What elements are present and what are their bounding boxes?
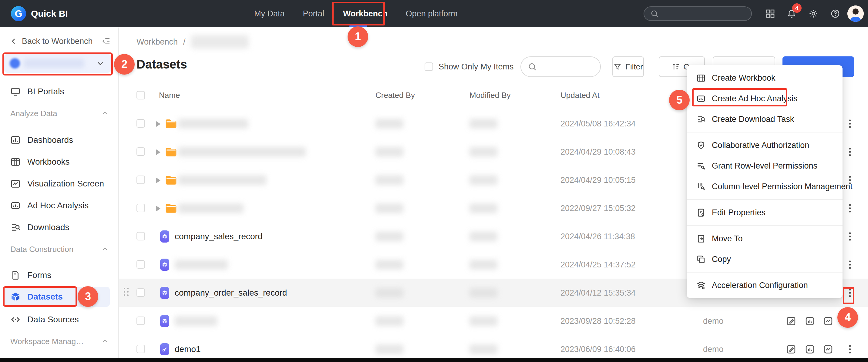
chevron-up-icon: [101, 338, 108, 345]
created-by-redacted: [375, 316, 403, 326]
folder-icon: [164, 117, 178, 129]
sidebar-item-data-sources[interactable]: Data Sources: [0, 310, 119, 329]
menu-divider: [687, 225, 842, 226]
row-checkbox[interactable]: [136, 232, 145, 240]
help-icon[interactable]: [830, 9, 840, 19]
sidebar-item-downloads[interactable]: Downloads: [0, 218, 119, 237]
menu-item-edit-properties[interactable]: Edit Properties: [687, 202, 842, 223]
nav-portal[interactable]: Portal: [303, 9, 324, 19]
user-avatar[interactable]: [847, 5, 864, 22]
row-more-actions-icon[interactable]: [844, 287, 856, 298]
show-only-my-items[interactable]: Show Only My Items: [425, 56, 514, 77]
updated-at: 2022/09/27 15:05:32: [560, 203, 636, 213]
sidebar-section-analyze-data[interactable]: Analyze Data: [10, 105, 108, 122]
workspace-selector[interactable]: [4, 54, 111, 73]
row-more-actions-icon[interactable]: [844, 231, 856, 242]
menu-item-create-workbook[interactable]: Create Workbook: [687, 68, 842, 88]
page-title: Datasets: [136, 58, 187, 71]
edit-icon[interactable]: [785, 343, 797, 355]
expand-caret-icon[interactable]: [156, 149, 160, 155]
edit-icon[interactable]: [785, 315, 797, 327]
table-row[interactable]: 2023/09/28 10:52:28 demo: [119, 307, 868, 335]
dataset-name[interactable]: company_sales_record: [175, 232, 262, 241]
nav-my-data[interactable]: My Data: [254, 9, 285, 19]
row-checkbox[interactable]: [136, 288, 145, 297]
sidebar-item-bi-portals[interactable]: BI Portals: [0, 82, 119, 101]
menu-item-create-download-task[interactable]: Create Download Task: [687, 109, 842, 129]
settings-gear-icon[interactable]: [809, 9, 818, 19]
nav-workbench[interactable]: Workbench: [343, 9, 388, 19]
sidebar-item-forms[interactable]: Forms: [0, 266, 119, 285]
row-more-actions-icon[interactable]: [844, 343, 856, 355]
col-created-by[interactable]: Created By: [375, 91, 415, 100]
row-checkbox[interactable]: [136, 175, 145, 184]
expand-caret-icon[interactable]: [156, 121, 160, 127]
col-updated-at[interactable]: Updated At: [560, 91, 599, 100]
sidebar-section-data-construction[interactable]: Data Construction: [10, 241, 108, 258]
nav-divider: [333, 9, 334, 18]
owner: demo: [703, 344, 724, 354]
menu-item-grant-row-level-permissions[interactable]: Grant Row-level Permissions: [687, 156, 842, 176]
menu-item-move-to[interactable]: Move To: [687, 228, 842, 249]
dataset-name[interactable]: company_order_sales_record: [175, 288, 287, 298]
expand-caret-icon[interactable]: [156, 205, 160, 211]
filter-button[interactable]: Filter: [612, 56, 644, 77]
menu-item-copy[interactable]: Copy: [687, 249, 842, 269]
acceleration-icon: [696, 281, 706, 290]
bar-chart-icon[interactable]: [804, 315, 815, 327]
menu-divider: [687, 272, 842, 272]
row-more-actions-icon[interactable]: [844, 259, 856, 270]
row-more-actions-icon[interactable]: [844, 146, 856, 157]
col-name[interactable]: Name: [159, 91, 180, 100]
dataset-icon: [160, 315, 169, 327]
sidebar-item-visualization-screen[interactable]: Visualization Screen: [0, 174, 119, 193]
row-checkbox[interactable]: [136, 147, 145, 156]
owner: demo: [703, 316, 724, 326]
menu-item-acceleration-configuration[interactable]: Acceleration Configuration: [687, 275, 842, 296]
sidebar-item-label: Data Sources: [27, 315, 79, 324]
expand-caret-icon[interactable]: [156, 177, 160, 184]
created-by-redacted: [375, 344, 403, 354]
sidebar-item-ad-hoc-analysis[interactable]: Ad Hoc Analysis: [0, 196, 119, 215]
nav-open-platform[interactable]: Open platform: [406, 9, 458, 19]
menu-item-label: Grant Row-level Permissions: [712, 161, 817, 171]
modified-by-redacted: [469, 175, 497, 185]
back-label: Back to Workbench: [22, 37, 93, 46]
show-only-checkbox[interactable]: [425, 62, 433, 71]
trend-chart-icon[interactable]: [823, 315, 834, 327]
select-all-checkbox[interactable]: [136, 91, 145, 99]
row-checkbox[interactable]: [136, 345, 145, 353]
dataset-search-input[interactable]: [521, 56, 601, 77]
collapse-sidebar-icon[interactable]: [102, 37, 111, 46]
sidebar-item-label: Visualization Screen: [27, 179, 104, 189]
sidebar-item-label: Forms: [27, 270, 51, 280]
row-more-actions-icon[interactable]: [844, 118, 856, 129]
menu-item-create-ad-hoc-analysis[interactable]: Create Ad Hoc Analysis: [687, 88, 842, 109]
dataset-name[interactable]: demo1: [175, 344, 201, 354]
sidebar-section-workspace-management[interactable]: Workspace Managem...: [10, 333, 108, 350]
sidebar-item-label: Datasets: [27, 292, 63, 302]
breadcrumb-workbench[interactable]: Workbench: [136, 37, 178, 47]
row-more-actions-icon[interactable]: [844, 315, 856, 327]
folder-icon: [164, 174, 178, 186]
menu-item-collaborative-authorization[interactable]: Collaborative Authorization: [687, 135, 842, 156]
row-more-actions-icon[interactable]: [844, 202, 856, 214]
row-checkbox[interactable]: [136, 204, 145, 212]
global-search-input[interactable]: [644, 6, 752, 21]
modified-by-redacted: [469, 288, 497, 298]
col-modified-by[interactable]: Modified By: [469, 91, 511, 100]
row-checkbox[interactable]: [136, 317, 145, 325]
drag-handle-icon[interactable]: [124, 288, 130, 298]
app-grid-icon[interactable]: [766, 9, 775, 19]
menu-item-column-level-permission-management[interactable]: Column-level Permission Management: [687, 176, 842, 197]
back-to-workbench[interactable]: Back to Workbench: [0, 33, 119, 50]
sidebar-item-workbooks[interactable]: Workbooks: [0, 152, 119, 172]
trend-chart-icon[interactable]: [823, 343, 834, 355]
bar-chart-icon[interactable]: [804, 343, 815, 355]
sidebar-item-dashboards[interactable]: Dashboards: [0, 130, 119, 150]
menu-item-label: Collaborative Authorization: [712, 141, 809, 150]
menu-item-label: Create Workbook: [712, 73, 775, 83]
row-checkbox[interactable]: [136, 119, 145, 128]
sidebar-item-datasets[interactable]: Datasets: [0, 287, 119, 306]
row-checkbox[interactable]: [136, 260, 145, 269]
